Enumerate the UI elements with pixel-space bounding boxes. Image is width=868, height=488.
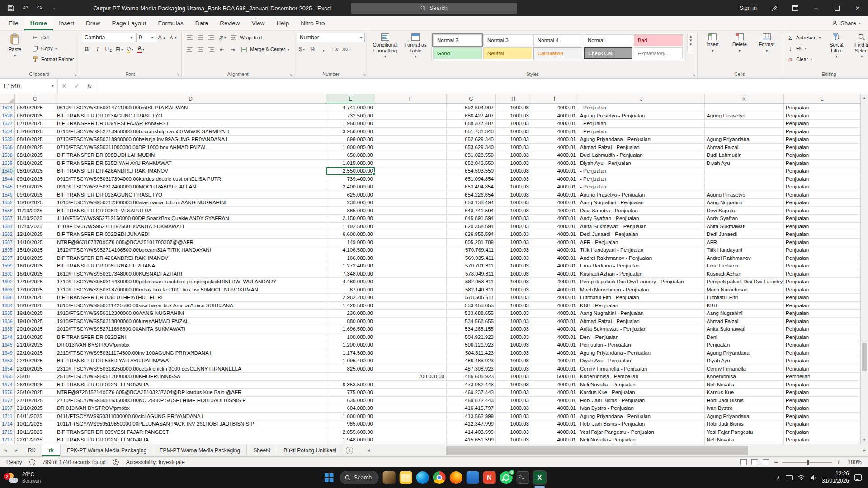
row-header-1677[interactable]: 1677 <box>0 397 15 405</box>
cell-F1539[interactable] <box>375 160 447 168</box>
cell-K1711[interactable]: Agung Priyandana <box>705 413 784 421</box>
cell-H1636[interactable]: 1000.03 <box>496 318 531 326</box>
cell-C1634[interactable]: 18/10/2025 <box>15 302 55 310</box>
cell-D1556[interactable]: BIF TRANSFER DR 008DEVI SAPUTRA <box>55 207 326 215</box>
cell-J1636[interactable]: Ahmad Faizal - Penjualan <box>578 318 705 326</box>
cell-L1634[interactable]: Penjualan <box>784 302 860 310</box>
chrome-icon[interactable] <box>433 471 445 484</box>
cell-F1597[interactable] <box>375 254 447 263</box>
cell-K1552[interactable]: Aang Nugrahini <box>705 199 784 207</box>
minimize-button[interactable]: ─ <box>806 0 826 16</box>
cell-I1655[interactable]: 5000.01 <box>531 373 578 381</box>
cell-E1534[interactable]: 3.950.000.00 <box>326 128 375 136</box>
cell-L1557[interactable]: Penjualan <box>784 215 860 223</box>
cell-K1697[interactable]: Ivan Bystro <box>705 404 784 413</box>
cell-E1697[interactable]: 604.000.00 <box>326 404 375 413</box>
percent-format-icon[interactable]: % <box>308 44 318 54</box>
row-header-1606[interactable]: 1606 <box>0 294 15 302</box>
cell-D1581[interactable]: 1110/FTSCY/WS952711192500.00ANITA SUKMAW… <box>55 223 326 231</box>
cell-C1582[interactable]: 12/10/2025 <box>15 230 55 239</box>
cell-I1557[interactable]: 4000.01 <box>531 215 578 223</box>
cell-L1645[interactable]: Penjualan <box>784 341 860 349</box>
cell-L1539[interactable]: Penjualan <box>784 160 860 168</box>
fill-color-button[interactable]: ◇ ▾ <box>125 44 135 54</box>
cell-J1595[interactable]: Titik Handayani - Penjualan <box>578 246 705 254</box>
style-check-cell[interactable]: Check Cell <box>584 47 632 59</box>
align-right-icon[interactable] <box>206 44 216 54</box>
font-family-combo[interactable]: Cambria ▾ <box>82 33 135 42</box>
row-header-1599[interactable]: 1599 <box>0 262 15 270</box>
cell-F1677[interactable] <box>375 397 447 405</box>
sheet-tab-rk[interactable]: RK <box>22 444 42 456</box>
cell-G1634[interactable]: 533.458.655 <box>447 302 496 310</box>
column-header-G[interactable]: G <box>447 94 496 103</box>
cell-J1557[interactable]: Andy Syafran - Penjualan <box>578 215 705 223</box>
cell-K1677[interactable]: Hobi Jadi Bisnis <box>705 397 784 405</box>
cell-H1534[interactable]: 1000.03 <box>496 128 531 136</box>
new-sheet-button[interactable]: + <box>343 444 356 456</box>
sheet-nav-right-icon[interactable]: ► <box>11 444 22 456</box>
cell-K1595[interactable]: Titik Handayani <box>705 246 784 254</box>
cell-L1676[interactable]: Penjualan <box>784 389 860 397</box>
cell-I1634[interactable]: 4000.01 <box>531 302 578 310</box>
column-header-I[interactable]: I <box>531 94 578 103</box>
cell-G1654[interactable]: 487.308.923 <box>447 365 496 373</box>
cell-L1595[interactable]: Penjualan <box>784 246 860 254</box>
cell-I1595[interactable]: 4000.01 <box>531 246 578 254</box>
customize-quick-access-icon[interactable]: ▾ <box>48 2 61 14</box>
row-header-1581[interactable]: 1581 <box>0 223 15 231</box>
cell-E1638[interactable]: 1.696.500.00 <box>326 325 375 333</box>
cell-C1606[interactable]: 17/10/2025 <box>15 294 55 302</box>
cell-L1549[interactable]: Penjualan <box>784 191 860 199</box>
row-header-1538[interactable]: 1538 <box>0 151 15 160</box>
cell-H1635[interactable]: 1000.03 <box>496 310 531 318</box>
cell-I1636[interactable]: 4000.01 <box>531 318 578 326</box>
cell-D1638[interactable]: 2010/FTSCY/WS952711696500.00ANITA SUKMAW… <box>55 325 326 333</box>
cell-J1606[interactable]: Luthfiatul Fitri - Penjualan <box>578 294 705 302</box>
cell-K1714[interactable]: Hobi Jadi Bisnis <box>705 420 784 428</box>
cell-H1545[interactable]: 1000.03 <box>496 183 531 191</box>
cell-H1645[interactable]: 1000.03 <box>496 341 531 349</box>
cell-F1697[interactable] <box>375 404 447 413</box>
hidden-icons-chevron-icon[interactable]: ∧ <box>776 474 780 481</box>
cell-K1654[interactable]: Cenny Firnanella <box>705 365 784 373</box>
cell-F1649[interactable] <box>375 349 447 357</box>
cell-E1539[interactable]: 1.015.000.00 <box>326 160 375 168</box>
row-header-1649[interactable]: 1649 <box>0 349 15 357</box>
format-painter-button[interactable]: Format Painter <box>30 54 76 64</box>
cell-J1654[interactable]: Cenny Firnanella - Penjualan <box>578 365 705 373</box>
cell-I1638[interactable]: 4000.01 <box>531 325 578 333</box>
cell-J1556[interactable]: Devi Saputra - Penjualan <box>578 207 705 215</box>
close-button[interactable]: ✕ <box>847 0 868 16</box>
cell-D1653[interactable]: BIF TRANSFER DR 535DIYAH AYU RAHMAWAT <box>55 357 326 365</box>
cell-G1540[interactable]: 654.593.550 <box>447 167 496 175</box>
cell-E1635[interactable]: 230.000.00 <box>326 310 375 318</box>
cell-L1655[interactable]: Pembelian <box>784 373 860 381</box>
cell-J1534[interactable]: - Penjualan <box>578 128 705 136</box>
cell-J1597[interactable]: Andrei Rakhmanov - Penjualan <box>578 254 705 263</box>
bold-button[interactable]: B <box>82 44 92 54</box>
cell-G1556[interactable]: 643.741.594 <box>447 207 496 215</box>
cell-C1717[interactable]: 22/11/2025 <box>15 436 55 444</box>
row-header-1715[interactable]: 1715 <box>0 428 15 436</box>
cell-F1636[interactable] <box>375 318 447 326</box>
clear-button[interactable]: Clear ▾ <box>785 54 822 64</box>
cell-J1552[interactable]: Aang Nugrahini - Penjualan <box>578 199 705 207</box>
cell-F1644[interactable] <box>375 333 447 342</box>
cell-J1715[interactable]: Yesi Fajar Pangestu - Penjualan <box>578 428 705 436</box>
search-box[interactable]: Search <box>351 3 517 14</box>
sheet-nav-left-icon[interactable]: ◄ <box>0 444 11 456</box>
cell-H1538[interactable]: 1000.03 <box>496 151 531 160</box>
cell-H1602[interactable]: 1000.03 <box>496 278 531 286</box>
row-header-1711[interactable]: 1711 <box>0 413 15 421</box>
cell-D1711[interactable]: 0411/FTSCY/WS950311000000.00cicilAGUNG P… <box>55 413 326 421</box>
increase-font-icon[interactable]: A▲ <box>157 33 168 42</box>
cell-C1552[interactable]: 10/10/2025 <box>15 199 55 207</box>
cell-E1644[interactable]: 100.000.00 <box>326 333 375 342</box>
cell-J1538[interactable]: Dudi Lahmudin - Penjualan <box>578 151 705 160</box>
vertical-scrollbar[interactable]: ▲ ▼ <box>860 94 868 444</box>
cell-D1634[interactable]: 1810/FTSCY/WS950311420500.00sisa bayar b… <box>55 302 326 310</box>
find-select-button[interactable]: Find & Select ▾ <box>850 33 868 59</box>
cell-E1634[interactable]: 1.420.500.00 <box>326 302 375 310</box>
cell-F1602[interactable] <box>375 278 447 286</box>
